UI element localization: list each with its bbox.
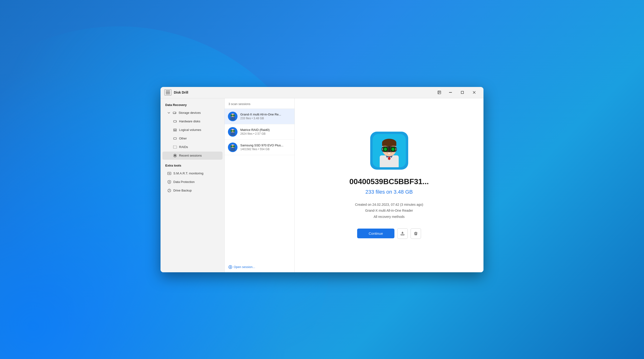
raids-label: RAIDs xyxy=(179,145,188,149)
smart-monitoring-label: S.M.A.R.T. monitoring xyxy=(173,172,203,175)
export-icon xyxy=(400,231,405,236)
app-window: Disk Drill xyxy=(160,87,484,272)
session-name-3: Samsung SSD 970 EVO Plus... xyxy=(240,144,291,147)
svg-point-25 xyxy=(234,115,234,116)
detail-panel: 00400539BC5BBF31... 233 files on 3.48 GB… xyxy=(295,98,484,272)
smart-monitoring-icon xyxy=(167,171,172,176)
minimize-icon xyxy=(449,92,452,93)
title-bar: Disk Drill xyxy=(160,87,484,98)
svg-point-41 xyxy=(234,146,234,147)
data-recovery-section-title: Data Recovery xyxy=(160,102,224,109)
detail-actions: Continue xyxy=(357,228,421,239)
plus-circle-icon xyxy=(228,265,232,269)
svg-point-33 xyxy=(234,130,234,131)
svg-point-16 xyxy=(169,181,170,182)
svg-rect-1 xyxy=(461,91,464,94)
svg-rect-9 xyxy=(174,129,177,130)
detail-recovery-method: All recovery methods xyxy=(355,214,423,220)
hamburger-menu-button[interactable] xyxy=(164,89,172,96)
maximize-icon xyxy=(461,91,464,94)
logical-volumes-label: Logical volumes xyxy=(179,128,201,132)
svg-rect-12 xyxy=(173,146,177,148)
other-icon xyxy=(173,136,177,141)
sessions-count-header: 3 scan sessions xyxy=(225,98,294,109)
svg-rect-10 xyxy=(174,130,177,131)
session-name-2: Matrice RAID (Raid0) xyxy=(240,128,291,132)
hardware-disks-label: Hardware disks xyxy=(179,120,200,123)
sidebar-item-recent-sessions[interactable]: Recent sessions xyxy=(162,152,222,160)
svg-rect-11 xyxy=(174,138,177,139)
main-content: Data Recovery Storage devices xyxy=(160,98,484,272)
recent-sessions-label: Recent sessions xyxy=(179,154,202,157)
session-name-1: Grand-X multi All-in-One Re... xyxy=(240,113,291,116)
extra-tools-section-title: Extra tools xyxy=(160,163,224,169)
raids-icon xyxy=(173,145,177,149)
character-illustration-svg xyxy=(372,134,406,167)
minimize-button[interactable] xyxy=(445,89,456,96)
detail-avatar xyxy=(370,132,408,170)
sidebar-item-data-protection[interactable]: Data Protection xyxy=(162,178,222,186)
export-button[interactable] xyxy=(397,228,408,239)
svg-rect-20 xyxy=(230,117,235,120)
session-avatar-icon-2 xyxy=(228,127,238,137)
detail-device-name: Grand-X multi All-in-One Reader xyxy=(355,208,423,214)
svg-rect-66 xyxy=(382,148,383,150)
session-info-1: Grand-X multi All-in-One Re... 233 files… xyxy=(240,113,291,120)
detail-session-id: 00400539BC5BBF31... xyxy=(349,177,428,186)
sidebar-item-logical-volumes[interactable]: Logical volumes xyxy=(162,126,222,134)
session-meta-3: 1401582 files • 554 GB xyxy=(240,148,291,151)
sessions-panel: 3 scan sessions xyxy=(225,98,295,272)
session-avatar-icon-3 xyxy=(228,143,238,152)
close-button[interactable] xyxy=(469,89,480,96)
sidebar-item-smart-monitoring[interactable]: S.M.A.R.T. monitoring xyxy=(162,169,222,177)
detail-files-info: 233 files on 3.48 GB xyxy=(366,189,413,195)
detail-created-time: Created on 24.02.2023, 07:42 (3 minutes … xyxy=(355,202,423,208)
session-info-2: Matrice RAID (Raid0) 2624 files • 2.57 G… xyxy=(240,128,291,135)
storage-devices-icon xyxy=(172,111,177,115)
svg-rect-28 xyxy=(230,132,235,136)
hardware-disks-icon xyxy=(173,119,177,124)
session-avatar-3 xyxy=(228,143,238,152)
detail-metadata: Created on 24.02.2023, 07:42 (3 minutes … xyxy=(355,202,423,220)
svg-rect-0 xyxy=(449,92,452,93)
title-bar-controls xyxy=(434,89,480,96)
session-avatar-icon-1 xyxy=(228,112,238,121)
storage-devices-label: Storage devices xyxy=(178,111,201,115)
open-session-label: Open session... xyxy=(234,265,255,269)
data-protection-label: Data Protection xyxy=(173,180,195,184)
svg-point-32 xyxy=(231,130,232,131)
drive-backup-label: Drive Backup xyxy=(173,189,192,192)
open-session-button[interactable]: Open session... xyxy=(228,265,255,269)
session-item-3[interactable]: Samsung SSD 970 EVO Plus... 1401582 file… xyxy=(225,140,294,155)
drive-backup-icon xyxy=(167,188,172,193)
sidebar-item-drive-backup[interactable]: Drive Backup xyxy=(162,187,222,195)
delete-button[interactable] xyxy=(410,228,421,239)
sidebar-item-storage-devices[interactable]: Storage devices xyxy=(162,109,222,117)
delete-icon xyxy=(414,231,418,236)
title-bar-left: Disk Drill xyxy=(164,89,188,96)
svg-point-24 xyxy=(231,115,232,116)
sidebar-item-other[interactable]: Other xyxy=(162,135,222,143)
sessions-footer: Open session... xyxy=(225,262,294,272)
sidebar-item-raids[interactable]: RAIDs xyxy=(162,143,222,151)
recent-sessions-icon xyxy=(173,154,177,158)
data-protection-icon xyxy=(167,180,172,184)
svg-point-8 xyxy=(176,121,176,122)
sidebar-item-hardware-disks[interactable]: Hardware disks xyxy=(162,117,222,125)
svg-rect-67 xyxy=(396,148,396,150)
close-icon xyxy=(473,91,476,94)
session-avatar-1 xyxy=(228,112,238,121)
other-label: Other xyxy=(179,137,187,140)
sidebar: Data Recovery Storage devices xyxy=(160,98,225,272)
session-item-1[interactable]: Grand-X multi All-in-One Re... 233 files… xyxy=(225,109,294,124)
session-avatar-2 xyxy=(228,127,238,137)
svg-rect-36 xyxy=(230,148,235,151)
help-book-button[interactable] xyxy=(434,89,444,96)
logical-volumes-icon xyxy=(173,128,177,132)
chevron-down-icon xyxy=(167,111,170,115)
maximize-button[interactable] xyxy=(457,89,468,96)
continue-button[interactable]: Continue xyxy=(357,229,394,238)
book-icon xyxy=(437,90,442,95)
session-info-3: Samsung SSD 970 EVO Plus... 1401582 file… xyxy=(240,144,291,151)
session-item-2[interactable]: Matrice RAID (Raid0) 2624 files • 2.57 G… xyxy=(225,124,294,140)
